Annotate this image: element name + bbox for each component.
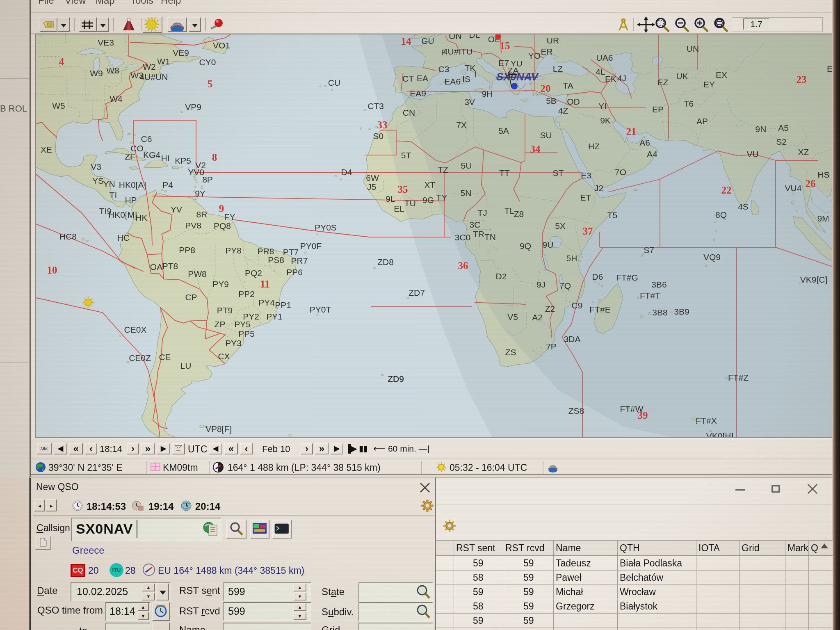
svg-text:CT3: CT3 xyxy=(368,101,384,111)
svg-text:VK0[H]: VK0[H] xyxy=(706,431,734,437)
svg-text:PY0S: PY0S xyxy=(315,223,337,232)
svg-text:CX: CX xyxy=(218,352,230,361)
svg-text:4Z: 4Z xyxy=(558,106,568,115)
svg-text:TA: TA xyxy=(563,81,573,90)
svg-text:J5: J5 xyxy=(367,182,376,192)
svg-text:XZ: XZ xyxy=(798,147,809,157)
svg-text:I: I xyxy=(475,69,477,79)
svg-text:S7: S7 xyxy=(644,245,654,255)
svg-text:VE9: VE9 xyxy=(173,48,189,57)
svg-text:V3: V3 xyxy=(91,162,101,171)
svg-text:TY: TY xyxy=(436,193,447,202)
svg-text:KG4: KG4 xyxy=(143,150,160,160)
svg-text:3B8: 3B8 xyxy=(652,308,667,317)
svg-text:CT: CT xyxy=(402,74,414,83)
svg-text:CU: CU xyxy=(328,78,340,87)
svg-text:SX0NAV: SX0NAV xyxy=(496,71,539,83)
svg-text:35: 35 xyxy=(398,184,408,195)
svg-text:HK0[A]: HK0[A] xyxy=(119,180,146,189)
svg-text:PP6: PP6 xyxy=(286,267,303,277)
svg-text:ER: ER xyxy=(541,47,552,56)
svg-text:5H: 5H xyxy=(566,253,578,263)
svg-text:VO1: VO1 xyxy=(213,41,230,50)
svg-text:14: 14 xyxy=(401,36,412,47)
svg-text:W4: W4 xyxy=(110,94,123,103)
svg-text:UR: UR xyxy=(547,36,559,45)
svg-text:4U#UN: 4U#UN xyxy=(140,72,168,82)
svg-text:T6: T6 xyxy=(684,99,694,108)
svg-text:EX: EX xyxy=(716,70,727,80)
svg-text:4L: 4L xyxy=(596,67,605,76)
svg-text:W1: W1 xyxy=(157,57,170,66)
svg-text:FT#X: FT#X xyxy=(696,416,717,425)
svg-text:7Q: 7Q xyxy=(559,281,571,290)
svg-text:8: 8 xyxy=(212,152,217,163)
svg-text:7X: 7X xyxy=(456,120,467,130)
svg-text:VU4: VU4 xyxy=(785,183,802,193)
svg-text:YO: YO xyxy=(528,51,541,60)
svg-text:23: 23 xyxy=(797,74,807,85)
svg-text:ZP: ZP xyxy=(215,320,226,329)
svg-text:3DA: 3DA xyxy=(564,334,581,344)
svg-text:ST: ST xyxy=(553,168,564,178)
svg-text:5: 5 xyxy=(208,78,213,89)
svg-text:E3: E3 xyxy=(581,171,591,180)
svg-text:ZD7: ZD7 xyxy=(409,288,425,297)
svg-text:Z8: Z8 xyxy=(514,209,524,219)
svg-text:P4: P4 xyxy=(162,180,173,189)
svg-text:TJ: TJ xyxy=(477,208,487,217)
svg-text:YN: YN xyxy=(103,179,115,189)
svg-text:4: 4 xyxy=(59,56,64,67)
svg-text:TK: TK xyxy=(465,63,476,73)
svg-text:OA: OA xyxy=(150,262,162,272)
svg-text:CE0Z: CE0Z xyxy=(129,353,151,363)
svg-text:VP9: VP9 xyxy=(185,102,201,112)
svg-text:S2: S2 xyxy=(776,137,787,146)
svg-text:YS: YS xyxy=(92,176,104,185)
svg-text:PY5: PY5 xyxy=(234,320,251,329)
svg-text:LU: LU xyxy=(180,361,192,370)
svg-text:V5: V5 xyxy=(507,312,518,322)
svg-text:HC8: HC8 xyxy=(59,232,77,241)
svg-text:ON: ON xyxy=(449,34,462,41)
svg-text:W2: W2 xyxy=(143,62,156,71)
svg-text:20: 20 xyxy=(541,83,551,94)
svg-text:EA: EA xyxy=(417,73,428,83)
svg-text:33: 33 xyxy=(377,119,388,130)
svg-text:UN: UN xyxy=(687,44,699,53)
svg-text:PQ2: PQ2 xyxy=(245,268,262,278)
svg-text:ZS8: ZS8 xyxy=(568,406,584,415)
svg-text:5T: 5T xyxy=(401,151,411,160)
svg-text:OD: OD xyxy=(567,97,580,106)
svg-text:9N: 9N xyxy=(756,124,767,134)
svg-text:FY: FY xyxy=(224,212,235,221)
svg-text:15: 15 xyxy=(500,40,510,51)
svg-text:VQ9: VQ9 xyxy=(703,252,721,262)
svg-text:D4: D4 xyxy=(341,167,352,177)
svg-text:HP: HP xyxy=(125,195,137,205)
svg-text:7P: 7P xyxy=(546,342,557,351)
svg-text:PP2: PP2 xyxy=(238,289,255,299)
svg-text:22: 22 xyxy=(721,185,732,196)
svg-text:FT#E: FT#E xyxy=(589,305,610,314)
svg-text:PP8: PP8 xyxy=(179,245,195,255)
svg-text:9Q: 9Q xyxy=(520,241,531,251)
svg-text:EA9: EA9 xyxy=(410,89,426,98)
svg-text:5A: 5A xyxy=(498,126,509,135)
svg-text:D6: D6 xyxy=(592,272,603,281)
svg-text:9J: 9J xyxy=(536,280,546,289)
svg-text:SU: SU xyxy=(540,130,552,140)
svg-text:PY0F: PY0F xyxy=(300,241,322,251)
svg-text:XT: XT xyxy=(425,180,436,189)
svg-text:EL: EL xyxy=(394,204,404,213)
svg-text:S0: S0 xyxy=(373,131,383,141)
svg-text:4J: 4J xyxy=(617,73,626,83)
svg-text:5N: 5N xyxy=(461,188,472,198)
svg-text:PY8: PY8 xyxy=(225,246,242,255)
svg-text:9M: 9M xyxy=(817,214,829,223)
svg-text:XE: XE xyxy=(41,145,52,154)
svg-text:4S: 4S xyxy=(738,202,749,211)
svg-text:PP5: PP5 xyxy=(238,329,255,338)
svg-text:5X: 5X xyxy=(555,221,566,231)
svg-text:FT#G: FT#G xyxy=(616,273,638,282)
